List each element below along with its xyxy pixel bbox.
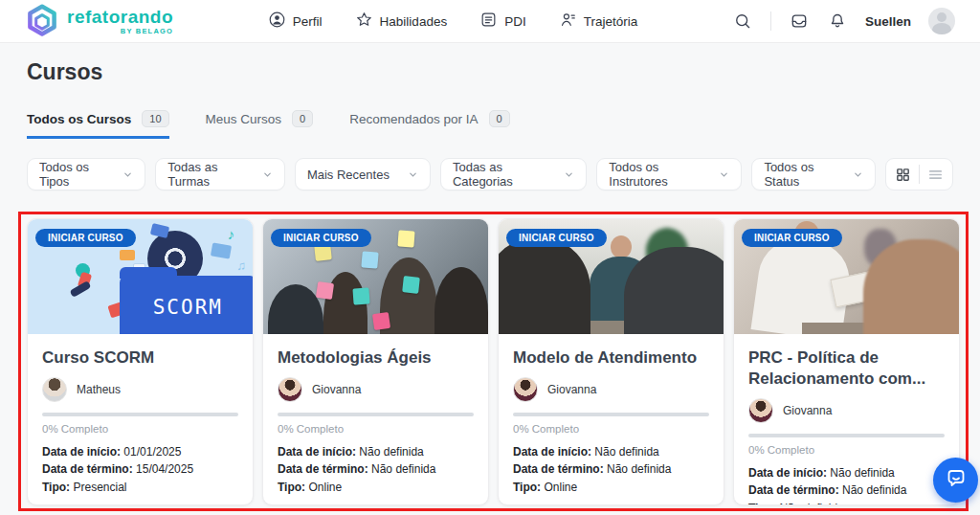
nav-label: Habilidades — [380, 14, 448, 29]
filter-todos-os-instrutores[interactable]: Todos os Instrutores — [596, 158, 742, 190]
start-course-badge[interactable]: INICIAR CURSO — [35, 229, 136, 247]
nav-label: Trajetória — [584, 14, 638, 29]
instructor-name: Giovanna — [312, 383, 361, 396]
field-data-inicio: Data de início: Não definida — [513, 443, 709, 461]
course-title: Modelo de Atendimento — [513, 347, 709, 369]
course-thumbnail: INICIAR CURSO ♪♫ SCORM — [28, 219, 253, 334]
chevron-down-icon — [408, 169, 418, 180]
start-course-badge[interactable]: INICIAR CURSO — [271, 229, 371, 247]
filter-todas-as-categorias[interactable]: Todas as Categorias — [440, 158, 587, 190]
chevron-down-icon — [564, 169, 574, 180]
tab-count-badge: 10 — [142, 110, 168, 127]
logo-hexagon-icon — [25, 3, 59, 39]
user-avatar[interactable] — [928, 8, 955, 34]
list-square-icon — [479, 11, 498, 32]
tab-todos-os-cursos[interactable]: Todos os Cursos 10 — [27, 110, 169, 139]
progress-label: 0% Completo — [513, 423, 709, 435]
course-title: Metodologias Ágeis — [278, 347, 474, 369]
chat-button[interactable] — [933, 458, 978, 503]
progress-bar — [278, 413, 474, 416]
nav-item-pdi[interactable]: PDI — [479, 11, 526, 32]
filter-mais-recentes[interactable]: Mais Recentes — [295, 158, 431, 190]
instructor-row: Matheus — [42, 377, 238, 402]
header-right: Suellen — [732, 8, 955, 34]
instructor-row: Giovanna — [278, 377, 474, 402]
field-tipo: Tipo: Online — [513, 479, 709, 497]
grid-view-icon[interactable] — [895, 167, 911, 183]
filter-label: Todas as Turmas — [167, 160, 253, 189]
tab-label: Recomendados por IA — [349, 112, 478, 126]
filter-label: Todos os Instrutores — [609, 160, 709, 189]
progress-bar — [748, 434, 945, 437]
start-course-badge[interactable]: INICIAR CURSO — [742, 229, 842, 247]
progress-label: 0% Completo — [748, 444, 945, 456]
course-card-grid: INICIAR CURSO ♪♫ SCORM Curso SCORM Mathe… — [27, 218, 960, 505]
inbox-icon[interactable] — [789, 11, 810, 32]
person-lines-icon — [559, 11, 577, 32]
field-tipo: Tipo: Não definido — [748, 500, 945, 505]
course-thumbnail: INICIAR CURSO — [263, 219, 488, 334]
course-title: PRC - Política de Relacionamento com... — [748, 347, 945, 390]
chevron-down-icon — [853, 169, 863, 180]
filter-label: Todos os Status — [764, 160, 843, 189]
field-data-termino: Data de término: Não definida — [748, 481, 945, 500]
field-data-inicio: Data de início: 01/01/2025 — [42, 443, 238, 461]
filter-todos-os-status[interactable]: Todos os Status — [751, 158, 876, 190]
tab-meus-cursos[interactable]: Meus Cursos 0 — [206, 110, 314, 139]
nav-item-habilidades[interactable]: Habilidades — [355, 11, 448, 32]
field-tipo: Tipo: Online — [278, 479, 474, 497]
tab-recomendados-por-ia[interactable]: Recomendados por IA 0 — [349, 110, 509, 139]
instructor-row: Giovanna — [748, 398, 945, 423]
progress-bar — [42, 413, 238, 416]
field-data-inicio: Data de início: Não definida — [278, 443, 474, 461]
instructor-row: Giovanna — [513, 377, 709, 402]
course-card-modelo-de-atendimento[interactable]: INICIAR CURSO Modelo de Atendimento Giov… — [498, 218, 724, 505]
brand-name: refatorando — [67, 8, 173, 26]
bell-icon[interactable] — [827, 11, 848, 32]
user-name[interactable]: Suellen — [865, 14, 911, 29]
course-card-curso-scorm[interactable]: INICIAR CURSO ♪♫ SCORM Curso SCORM Mathe… — [27, 218, 254, 505]
page-title: Cursos — [27, 59, 953, 85]
field-data-inicio: Data de início: Não definida — [748, 464, 945, 482]
course-card-metodologias-ageis[interactable]: INICIAR CURSO Metodologias Ágeis Giovann… — [262, 218, 489, 505]
tab-label: Meus Cursos — [206, 112, 282, 126]
chat-bubble-icon — [945, 467, 968, 494]
tab-label: Todos os Cursos — [27, 112, 131, 126]
instructor-avatar — [42, 377, 67, 402]
view-toggle-divider — [919, 165, 920, 184]
tab-count-badge: 0 — [292, 110, 313, 127]
instructor-name: Giovanna — [547, 383, 596, 396]
start-course-badge[interactable]: INICIAR CURSO — [506, 229, 607, 247]
nav-item-perfil[interactable]: Perfil — [268, 11, 323, 32]
nav-label: Perfil — [293, 14, 323, 29]
person-circle-icon — [268, 11, 286, 32]
instructor-avatar — [513, 377, 538, 402]
list-view-icon[interactable] — [927, 167, 944, 183]
instructor-name: Matheus — [77, 383, 121, 396]
instructor-avatar — [748, 398, 773, 423]
filter-label: Todos os Tipos — [39, 160, 113, 189]
main-nav: Perfil Habilidades PDI — [268, 11, 637, 32]
brand-subtitle: BY BELAGO — [121, 28, 173, 35]
course-tabs: Todos os Cursos 10 Meus Cursos 0 Recomen… — [27, 110, 953, 139]
course-thumbnail: INICIAR CURSO — [499, 219, 724, 334]
progress-label: 0% Completo — [278, 423, 474, 435]
nav-label: PDI — [504, 14, 526, 29]
filter-todos-os-tipos[interactable]: Todos os Tipos — [27, 158, 145, 190]
filter-label: Mais Recentes — [307, 168, 390, 182]
field-data-termino: Data de término: Não definida — [513, 460, 709, 479]
course-card-prc-politica[interactable]: INICIAR CURSO PRC - Política de Relacion… — [733, 218, 960, 505]
main-content: Cursos Todos os Cursos 10 Meus Cursos 0 … — [0, 59, 980, 190]
course-thumbnail: INICIAR CURSO — [734, 219, 959, 334]
chevron-down-icon — [262, 169, 273, 180]
filter-todas-as-turmas[interactable]: Todas as Turmas — [155, 158, 285, 190]
field-tipo: Tipo: Presencial — [42, 479, 238, 497]
top-header: refatorando BY BELAGO Perfil Habilidades — [0, 0, 980, 43]
course-title: Curso SCORM — [42, 347, 238, 369]
filter-label: Todas as Categorias — [453, 160, 554, 189]
nav-item-trajetoria[interactable]: Trajetória — [559, 11, 638, 32]
field-data-termino: Data de término: Não definida — [278, 460, 474, 479]
search-icon[interactable] — [732, 11, 753, 32]
app-logo[interactable]: refatorando BY BELAGO — [25, 3, 173, 39]
header-divider — [770, 11, 771, 31]
